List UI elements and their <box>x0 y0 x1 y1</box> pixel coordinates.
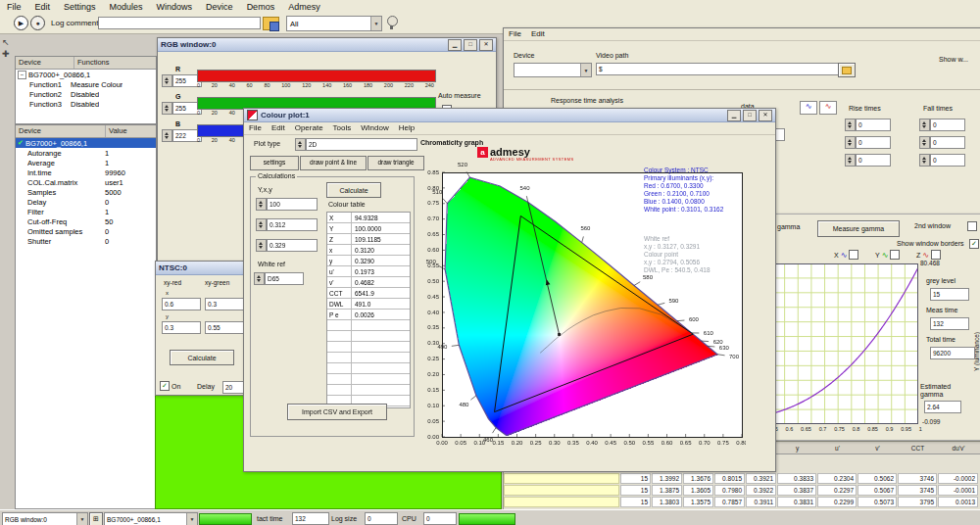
rise-time-value[interactable]: 0 <box>856 154 891 167</box>
statusbar-device-select[interactable]: BG7000+_00866,1 ▼ <box>104 512 198 525</box>
device-value-row[interactable]: Average1 <box>16 158 156 167</box>
minimize-icon[interactable]: ▁ <box>448 39 462 51</box>
cp-menu-item-help[interactable]: Help <box>394 122 419 134</box>
tree-root-row[interactable]: −BG7000+_00866,1 <box>16 70 156 79</box>
vw-menu-item-edit[interactable]: Edit <box>526 28 550 40</box>
second-window-checkbox[interactable] <box>967 221 977 231</box>
device-value-row[interactable]: Shutter0 <box>16 236 156 246</box>
menu-item-modules[interactable]: Modules <box>103 1 150 13</box>
fall-time-field[interactable]: 0 <box>919 154 965 167</box>
device-value-row[interactable]: Samples5000 <box>16 187 156 197</box>
menu-item-admesy[interactable]: Admesy <box>281 1 327 13</box>
rgb-channel-bar-r[interactable] <box>197 70 436 82</box>
cp-tab-0[interactable]: settings <box>250 156 299 170</box>
grey-level-value[interactable]: 15 <box>930 288 969 301</box>
device-selected-row[interactable]: ✔BG7000+_00866,1 <box>16 138 156 148</box>
device-value-row[interactable]: Filter1 <box>16 207 156 216</box>
checkbox[interactable] <box>931 250 941 260</box>
ntsc-green-x[interactable]: 0.3 <box>205 298 244 310</box>
spinner-arrows-icon[interactable] <box>845 136 856 149</box>
spinner-arrows-icon[interactable] <box>845 119 856 131</box>
chevron-down-icon[interactable]: ▼ <box>580 64 591 76</box>
browse-button[interactable] <box>838 63 856 77</box>
maximize-icon[interactable]: □ <box>743 110 757 121</box>
colour-plot-titlebar[interactable]: Colour plot:1 ▁ □ ✕ <box>244 109 775 122</box>
checkbox[interactable] <box>890 250 900 260</box>
chevron-down-icon[interactable]: ▼ <box>370 17 381 30</box>
cp-menu-item-edit[interactable]: Edit <box>267 122 290 134</box>
rise-time-field[interactable]: 0 <box>845 154 891 167</box>
log-comment-input[interactable] <box>98 17 261 29</box>
menu-item-edit[interactable]: Edit <box>28 1 58 13</box>
stop-button[interactable]: ● <box>30 16 45 30</box>
cp-yxy-input-0[interactable]: 100 <box>256 198 318 211</box>
video-path-field[interactable]: $ <box>596 63 839 75</box>
spinner-arrows-icon[interactable] <box>162 129 172 142</box>
filter-dropdown[interactable]: All ▼ <box>286 16 382 31</box>
menu-item-file[interactable]: File <box>0 1 28 13</box>
close-icon[interactable]: ✕ <box>759 110 772 121</box>
device-value-row[interactable]: Int.time99960 <box>16 167 156 177</box>
white-ref-dropdown[interactable]: D65 <box>254 272 304 285</box>
fall-time-field[interactable]: 0 <box>919 119 965 131</box>
fall-time-value[interactable]: 0 <box>930 119 965 131</box>
fall-time-value[interactable]: 0 <box>930 154 965 167</box>
tree-expand-icon[interactable]: − <box>18 71 26 79</box>
device-value-row[interactable]: Cut-off-Freq50 <box>16 216 156 226</box>
cp-menu-item-operate[interactable]: Operate <box>290 122 328 134</box>
rgb-channel-field-g[interactable]: 255 <box>162 102 202 115</box>
rgb-channel-field-r[interactable]: 255 <box>162 74 202 87</box>
ntsc-red-y[interactable]: 0.3 <box>162 321 201 334</box>
calculate-button[interactable]: Calculate <box>326 182 381 198</box>
cp-menu-item-file[interactable]: File <box>244 122 267 134</box>
statusbar-window-select[interactable]: RGB window:0 ▼ <box>2 512 88 525</box>
rise-time-field[interactable]: 0 <box>845 136 891 149</box>
checkbox[interactable] <box>849 250 858 260</box>
spinner-arrows-icon[interactable] <box>919 119 930 131</box>
device-value-row[interactable]: COL.Cal.matrixuser1 <box>16 177 156 187</box>
spinner-arrows-icon[interactable] <box>256 239 267 252</box>
ntsc-red-x[interactable]: 0.6 <box>162 298 201 310</box>
spinner-arrows-icon[interactable] <box>256 218 267 231</box>
cp-yxy-value[interactable]: 0.312 <box>267 218 318 231</box>
run-button[interactable]: ▶ <box>14 16 28 30</box>
rgb-window-titlebar[interactable]: RGB window:0 ▁ □ ✕ <box>158 38 496 52</box>
plot-type-dropdown[interactable]: 2D <box>295 138 417 151</box>
save-folder-icon[interactable] <box>263 17 279 30</box>
chevron-down-icon[interactable]: ▼ <box>76 513 87 525</box>
spinner-arrows-icon[interactable] <box>254 272 265 285</box>
spinner-arrows-icon[interactable] <box>919 154 930 167</box>
vw-menu-item-file[interactable]: File <box>504 28 526 40</box>
cp-menu-item-tools[interactable]: Tools <box>328 122 357 134</box>
rise-time-value[interactable]: 0 <box>856 136 891 149</box>
ntsc-calculate-button[interactable]: Calculate <box>170 350 234 365</box>
maximize-icon[interactable]: □ <box>464 39 477 51</box>
tree-row[interactable]: Function2Disabled <box>16 89 156 99</box>
on-toggle[interactable]: ✓ On <box>160 381 180 391</box>
pan-arrow-icon[interactable]: ↖ <box>2 37 10 47</box>
spinner-arrows-icon[interactable] <box>295 138 306 151</box>
spinner-arrows-icon[interactable] <box>919 136 930 149</box>
chevron-down-icon[interactable]: ▼ <box>186 513 197 525</box>
show-borders-checkbox[interactable]: ✓ <box>969 239 979 249</box>
close-icon[interactable]: ✕ <box>479 39 493 51</box>
cp-menu-item-window[interactable]: Window <box>356 122 393 134</box>
menu-item-device[interactable]: Device <box>199 1 240 13</box>
cp-yxy-input-2[interactable]: 0.329 <box>256 239 318 252</box>
device-dropdown[interactable]: ▼ <box>514 63 592 77</box>
cp-yxy-input-1[interactable]: 0.312 <box>256 218 318 231</box>
minimize-icon[interactable]: ▁ <box>727 110 741 121</box>
spinner-arrows-icon[interactable] <box>256 198 267 211</box>
rise-time-value[interactable]: 0 <box>856 119 891 131</box>
rise-time-field[interactable]: 0 <box>845 119 891 131</box>
menu-item-demos[interactable]: Demos <box>240 1 282 13</box>
import-export-button[interactable]: Import CSV and Export <box>287 404 387 420</box>
menu-item-settings[interactable]: Settings <box>57 1 103 13</box>
pin-icon[interactable]: ✚ <box>2 49 10 59</box>
device-value-row[interactable]: Omitted samples0 <box>16 226 156 236</box>
menu-item-windows[interactable]: Windows <box>150 1 200 13</box>
checkbox-checked[interactable]: ✓ <box>160 381 170 391</box>
rgb-channel-field-b[interactable]: 222 <box>162 129 202 142</box>
cp-yxy-value[interactable]: 0.329 <box>267 239 318 252</box>
tree-row[interactable]: Function3Disabled <box>16 99 156 109</box>
